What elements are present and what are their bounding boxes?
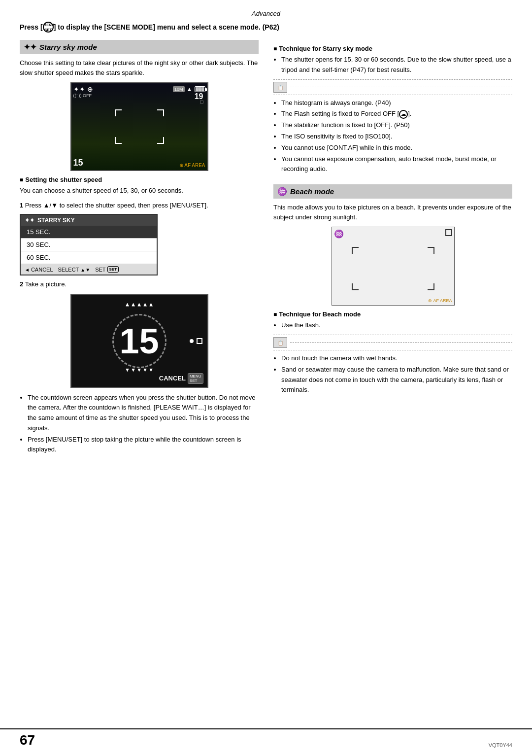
header-text: Advanced (252, 10, 280, 17)
starry-bullets: The countdown screen appears when you pr… (20, 393, 259, 455)
select-btn-footer: SELECT (58, 267, 91, 273)
technique-starry-heading-text: Technique for Starry sky mode (279, 45, 372, 52)
beach-focus-bl (352, 283, 359, 290)
starry-bullet-1-text: The countdown screen appears when you pr… (28, 394, 256, 432)
beach-corner-icon (445, 229, 452, 236)
technique-bullet-7-text: You cannot use exposure compensation, au… (281, 155, 497, 173)
step-2-num: 2 (20, 280, 23, 288)
cancel-area: CANCEL MENUSET (159, 373, 203, 384)
forced-off-icon: ☁ (399, 110, 408, 119)
beach-viewfinder: ♒ ⊕ AF AREA (332, 227, 455, 306)
step-2-text: Take a picture. (25, 280, 67, 288)
shutter-body-text: You can choose a shutter speed of 15, 30… (20, 187, 183, 194)
page-header: Advanced (20, 10, 512, 17)
beach-af-area: ⊕ AF AREA (428, 298, 452, 303)
starry-bullet-2-text: Press [MENU/SET] to stop taking the pict… (28, 436, 241, 453)
quality-icon: ▲ (187, 86, 193, 93)
beach-focus-tr (428, 247, 434, 254)
updown-icon (80, 267, 90, 273)
battery-icon: ▓▓▓ (195, 86, 205, 92)
starry-body-text: Choose this setting to take clear pictur… (20, 59, 258, 76)
menu-item-60-text: 60 SEC. (27, 254, 50, 261)
two-col-layout: ✦✦ Starry sky mode Choose this setting t… (20, 40, 512, 459)
technique-starry-bullets-2: The histogram is always orange. (P40) Th… (273, 98, 512, 175)
menu-starry-icon: ✦✦ (25, 217, 34, 224)
press-text-before: Press [ (20, 23, 43, 31)
starry-sky-body: Choose this setting to take clear pictur… (20, 58, 259, 77)
note-memo-icon-beach: 📋 (273, 337, 287, 348)
beach-note-bullet-2-text: Sand or seawater may cause the camera to… (281, 366, 509, 394)
menu-item-60[interactable]: 60 SEC. (21, 251, 157, 264)
focus-corner-tl (115, 109, 122, 116)
menu-set-icon: MENUSET (43, 22, 54, 33)
technique-starry-bullets: The shutter opens for 15, 30 or 60 secon… (273, 55, 512, 75)
technique-beach-heading: Technique for Beach mode (273, 310, 512, 318)
cancel-text: CANCEL (159, 375, 186, 382)
note-box-1: 📋 (273, 79, 512, 95)
starry-icon: ✦✦ (24, 42, 36, 52)
technique-bullet-7: You cannot use exposure compensation, au… (281, 154, 512, 175)
technique-bullet-1: The shutter opens for 15, 30 or 60 secon… (281, 55, 512, 75)
sun-icon: ⊕ (87, 85, 93, 93)
left-col: ✦✦ Starry sky mode Choose this setting t… (20, 40, 259, 459)
page-code: VQT0Y44 (489, 742, 512, 748)
beach-body-text: This mode allows you to take pictures on… (273, 204, 511, 221)
note-box-beach: 📋 (273, 335, 512, 350)
technique-bullet-3: The Flash setting is fixed to Forced OFF… (281, 109, 512, 119)
technique-bullet-2: The histogram is always orange. (P40) (281, 98, 512, 108)
note-dashes-1 (290, 87, 512, 87)
page-container: Advanced Press [MENUSET] to display the … (0, 0, 532, 756)
technique-bullet-1-text: The shutter opens for 15, 30 or 60 secon… (281, 56, 511, 73)
right-col: Technique for Starry sky mode The shutte… (273, 40, 512, 459)
beach-icon-top: ♒ (334, 229, 344, 239)
note-memo-icon-1: 📋 (273, 82, 287, 93)
focus-corner-tr (157, 109, 164, 116)
beach-title-text: Beach mode (290, 187, 334, 196)
off-label: ((⁻)) OFF (73, 93, 92, 98)
beach-note-bullet-1: Do not touch the camera with wet hands. (281, 353, 512, 364)
beach-focus-br (428, 283, 434, 290)
technique-bullet-4: The stabilizer function is fixed to [OFF… (281, 120, 512, 131)
technique-bullet-5: The ISO sensitivity is fixed to [ISO100]… (281, 132, 512, 142)
camera-viewfinder-1: ✦✦ ⊕ 10M ▲ ▓▓▓ ((⁻)) OFF 19 □ (70, 82, 208, 171)
technique-bullet-4-text: The stabilizer function is fixed to [OFF… (281, 121, 410, 129)
technique-starry-heading: Technique for Starry sky mode (273, 45, 512, 52)
step-1-num: 1 (20, 202, 23, 209)
press-line: Press [MENUSET] to display the [SCENE MO… (20, 22, 512, 33)
starry-sky-title: ✦✦ Starry sky mode (20, 40, 259, 54)
dots-bottom (126, 369, 153, 372)
shutter-speed-heading: Setting the shutter speed (20, 176, 259, 183)
cam-top-left-1: ✦✦ ⊕ (73, 85, 93, 93)
set-btn-footer: SET SET (95, 266, 119, 273)
step-1-para: 1 Press ▲/▼ to select the shutter speed,… (20, 201, 259, 210)
beach-icon: ♒ (277, 187, 287, 196)
menu-item-15[interactable]: 15 SEC. (21, 226, 157, 239)
technique-beach-heading-text: Technique for Beach mode (279, 310, 361, 318)
cam-top-bar-1: ✦✦ ⊕ 10M ▲ ▓▓▓ (73, 85, 205, 93)
focus-corner-br (157, 137, 164, 144)
technique-bullet-6: You cannot use [CONT.AF] while in this m… (281, 143, 512, 153)
select-label: SELECT (58, 267, 79, 273)
countdown-dot-single (190, 339, 194, 343)
shutter-speed-display: 15 (73, 158, 83, 168)
cam-top-right-1: 10M ▲ ▓▓▓ (173, 86, 205, 93)
beach-technique-bullets: Use the flash. (273, 320, 512, 331)
megapixel-badge: 10M (173, 86, 185, 92)
countdown-screen: 15 CANCEL MENUSET (70, 294, 208, 388)
menu-item-30-text: 30 SEC. (27, 241, 50, 248)
beach-note-bullet-2: Sand or seawater may cause the camera to… (281, 365, 512, 395)
beach-body: This mode allows you to take pictures on… (273, 203, 512, 222)
menu-item-30[interactable]: 30 SEC. (21, 239, 157, 251)
shutter-body: You can choose a shutter speed of 15, 30… (20, 186, 259, 196)
page-footer: 67 VQT0Y44 (0, 728, 532, 748)
set-label: SET (95, 267, 105, 273)
page-num: 67 (20, 732, 35, 748)
beach-title-bar: ♒ Beach mode (273, 184, 512, 199)
left-arrow-icon (25, 267, 30, 273)
press-text-after: ] to display the [SCENE MODE] menu and s… (54, 23, 279, 31)
countdown-sq (197, 338, 202, 344)
dots-top (126, 303, 153, 307)
cancel-btn-footer: CANCEL (25, 267, 53, 273)
cam-number-small-1: □ (200, 99, 203, 104)
step-2-para: 2 Take a picture. (20, 279, 259, 289)
